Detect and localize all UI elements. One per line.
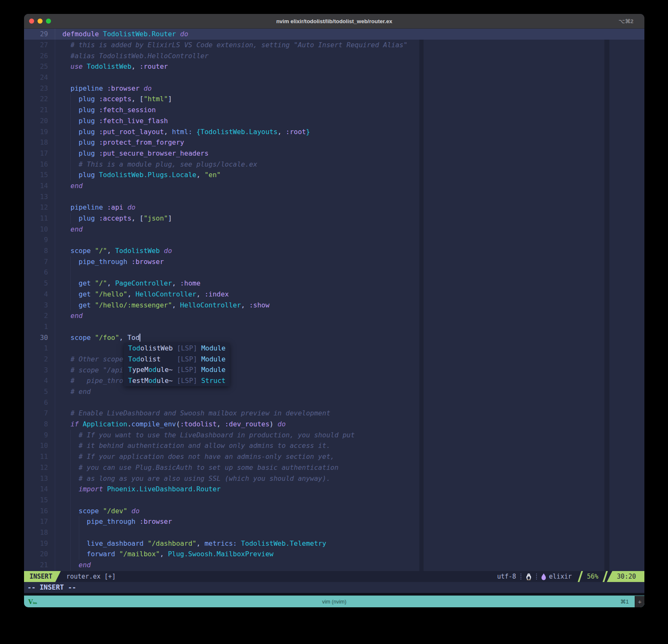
completion-kind: Module — [201, 343, 225, 354]
code-line[interactable]: 1 — [24, 343, 644, 354]
code-line[interactable]: 19 plug :put_root_layout, html: {Todolis… — [24, 127, 644, 137]
completion-item[interactable]: TypeModule~[LSP]Module — [124, 364, 230, 375]
line-number: 26 — [24, 51, 55, 62]
code-line[interactable]: 5 get "/", PageController, :home — [24, 278, 644, 289]
code-line[interactable]: 18 — [24, 527, 644, 538]
code-line[interactable]: 2 # Other scope — [24, 354, 644, 365]
line-number: 12 — [24, 202, 55, 213]
line-number: 13 — [24, 473, 55, 484]
line-number: 29 — [24, 29, 55, 40]
line-number: 2 — [24, 310, 55, 321]
line-number: 15 — [24, 170, 55, 181]
code-line[interactable]: 14 end — [24, 181, 644, 191]
code-line[interactable]: 14 import Phoenix.LiveDashboard.Router — [24, 484, 644, 495]
line-number: 16 — [24, 159, 55, 170]
code-line[interactable]: 4 # pipe_thro — [24, 375, 644, 386]
code-line[interactable]: 5 # end — [24, 386, 644, 397]
code-line[interactable]: 11 plug :accepts, ["json"] — [24, 213, 644, 224]
code-lines: 27 # this is added by ElixirLS VS Code e… — [24, 40, 644, 571]
line-number: 13 — [24, 191, 55, 202]
line-number: 16 — [24, 506, 55, 517]
code-line[interactable]: 30 scope "/foo", Tod — [24, 332, 644, 343]
code-line[interactable]: 18 plug :protect_from_forgery — [24, 137, 644, 148]
line-number: 21 — [24, 105, 55, 116]
code-line[interactable]: 26 #alias TodolistWeb.HelloController — [24, 51, 644, 62]
terminal-tab-bar[interactable]: Vim vim (nvim) ⌘1 + — [24, 595, 644, 607]
line-number: 20 — [24, 549, 55, 560]
cursor-position: 30:20 — [607, 571, 644, 582]
code-line[interactable]: 15 — [24, 495, 644, 506]
code-line[interactable]: 24 — [24, 72, 644, 83]
code-line[interactable]: 12 # you can use Plug.BasicAuth to set u… — [24, 462, 644, 473]
code-line[interactable]: 12 pipeline :api do — [24, 202, 644, 213]
code-line[interactable]: 25 use TodolistWeb, :router — [24, 61, 644, 72]
titlebar[interactable]: nvim elixir/todolist/lib/todolist_web/ro… — [24, 14, 644, 29]
filetype: elixir — [549, 571, 572, 582]
code-line[interactable]: 16 scope "/dev" do — [24, 506, 644, 517]
completion-item[interactable]: Todolist[LSP]Module — [124, 354, 230, 365]
elixir-icon — [541, 571, 546, 582]
line-number: 5 — [24, 386, 55, 397]
line-number: 9 — [24, 234, 55, 245]
editor-area[interactable]: 29defmodule TodolistWeb.Router do 27 # t… — [24, 29, 644, 571]
code-line[interactable]: 21 end — [24, 560, 644, 571]
code-line[interactable]: 20 forward "/mailbox", Plug.Swoosh.Mailb… — [24, 549, 644, 560]
code-line[interactable]: 8 if Application.compile_env(:todolist, … — [24, 419, 644, 430]
line-number: 3 — [24, 300, 55, 311]
text-cursor — [140, 334, 140, 342]
scroll-percent: 56% — [582, 571, 604, 582]
code-line[interactable]: 19 live_dashboard "/dashboard", metrics:… — [24, 538, 644, 549]
code-line[interactable]: 13 — [24, 191, 644, 202]
line-number: 1 — [24, 321, 55, 332]
completion-item[interactable]: TodolistWeb[LSP]Module — [124, 343, 230, 354]
code-line[interactable]: 10 # it behind authentication and allow … — [24, 440, 644, 451]
code-line[interactable]: 16 # This is a module plug, see plugs/lo… — [24, 159, 644, 170]
code-line[interactable]: 3 get "/hello/:messenger", HelloControll… — [24, 300, 644, 311]
mode-indicator: INSERT — [24, 571, 61, 582]
tab-shortcut: ⌘1 — [620, 598, 629, 605]
window-shortcut: ⌥⌘2 — [619, 18, 633, 24]
tab-label[interactable]: vim (nvim) — [24, 599, 644, 605]
code-line[interactable]: 1 — [24, 321, 644, 332]
code-line[interactable]: 8 scope "/", TodolistWeb do — [24, 245, 644, 256]
line-number: 3 — [24, 365, 55, 376]
line-number: 5 — [24, 278, 55, 289]
line-number: 7 — [24, 408, 55, 419]
code-line[interactable]: 11 # If your application does not have a… — [24, 451, 644, 462]
statusline: INSERT router.ex [+] utf-8 elixir 5 — [24, 571, 644, 582]
code-line[interactable]: 10 end — [24, 224, 644, 235]
separator — [520, 574, 521, 579]
line-number: 11 — [24, 213, 55, 224]
code-line[interactable]: 13 # as long as you are also using SSL (… — [24, 473, 644, 484]
line-number: 14 — [24, 484, 55, 495]
code-line[interactable]: 15 plug TodolistWeb.Plugs.Locale, "en" — [24, 170, 644, 181]
code-line[interactable]: 17 pipe_through :browser — [24, 516, 644, 527]
terminal-window: nvim elixir/todolist/lib/todolist_web/ro… — [24, 14, 644, 607]
window-title: nvim elixir/todolist/lib/todolist_web/ro… — [24, 18, 644, 24]
line-number: 18 — [24, 137, 55, 148]
code-line[interactable]: 20 plug :fetch_live_flash — [24, 116, 644, 127]
line-number: 20 — [24, 116, 55, 127]
code-line[interactable]: 6 — [24, 267, 644, 278]
code-line[interactable]: 22 plug :accepts, ["html"] — [24, 94, 644, 105]
code-line[interactable]: 6 — [24, 397, 644, 408]
code-line[interactable]: 17 plug :put_secure_browser_headers — [24, 148, 644, 159]
code-line[interactable]: 27 # this is added by ElixirLS VS Code e… — [24, 40, 644, 51]
code-line[interactable]: 21 plug :fetch_session — [24, 105, 644, 116]
code-line[interactable]: 4 get "/hello", HelloController, :index — [24, 289, 644, 300]
line-number: 9 — [24, 430, 55, 441]
line-number: 8 — [24, 245, 55, 256]
code-line[interactable]: 9 — [24, 234, 644, 245]
line-number: 15 — [24, 495, 55, 506]
line-number: 24 — [24, 72, 55, 83]
line-number: 19 — [24, 538, 55, 549]
code-line[interactable]: 3 # scope "/api — [24, 365, 644, 376]
line-number: 25 — [24, 61, 55, 72]
code-line[interactable]: 7 # Enable LiveDashboard and Swoosh mail… — [24, 408, 644, 419]
code-line[interactable]: 23 pipeline :browser do — [24, 83, 644, 94]
line-number: 22 — [24, 94, 55, 105]
completion-item[interactable]: TestModule~[LSP]Struct — [124, 375, 230, 386]
code-line[interactable]: 9 # If you want to use the LiveDashboard… — [24, 430, 644, 441]
code-line[interactable]: 7 pipe_through :browser — [24, 256, 644, 267]
code-line[interactable]: 2 end — [24, 310, 644, 321]
